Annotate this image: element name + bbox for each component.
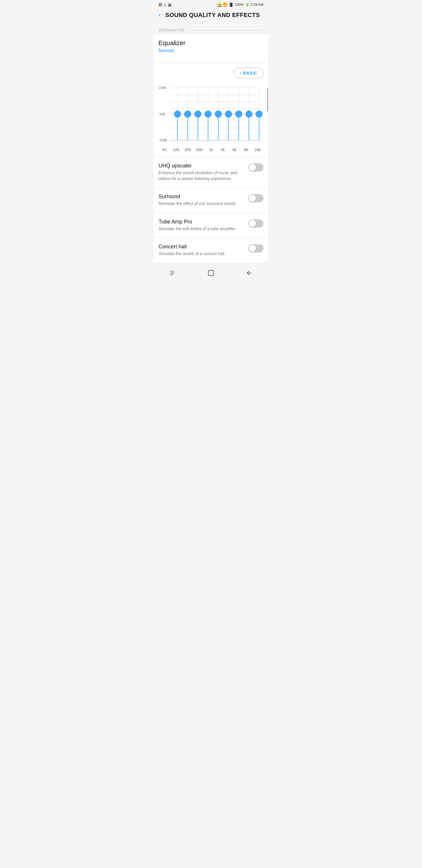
scan-icon: ▦ (168, 3, 171, 7)
freq-250: 250 (182, 148, 194, 152)
status-left-icons: 🖼 ⚠ ▦ (159, 3, 171, 7)
uhq-desc: Enhance the sound resolution of music an… (159, 170, 244, 182)
svg-point-32 (225, 111, 232, 118)
surround-desc: Recreate the effect of rich surround sou… (159, 201, 244, 207)
signal-icon: ▐▌ (229, 3, 234, 7)
svg-point-38 (256, 111, 263, 118)
wifi-icon: 📶 (223, 3, 227, 7)
freq-8k: 8k (240, 148, 252, 152)
freq-500: 500 (193, 148, 205, 152)
basic-button-label: BASIC (243, 71, 257, 75)
tubeamp-toggle-thumb (249, 220, 256, 227)
equalizer-preset[interactable]: Normal (159, 48, 263, 53)
nav-menu-icon[interactable] (166, 268, 180, 278)
nav-bar (154, 263, 268, 284)
warning-icon: ⚠ (163, 3, 167, 7)
nav-square-icon[interactable] (204, 268, 218, 278)
svg-text:0dB: 0dB (159, 112, 165, 116)
photo-icon: 🖼 (159, 3, 162, 7)
svg-rect-43 (208, 270, 214, 276)
svg-point-30 (215, 111, 222, 118)
uhq-toggle-track (248, 163, 263, 172)
tubeamp-desc: Simulate the soft timbre of a tube ampli… (159, 226, 244, 232)
page-title: SOUND QUALITY AND EFFECTS (165, 12, 260, 19)
eq-freq-labels: 63 125 250 500 1k 2k 4k 8k 16k (159, 146, 263, 154)
svg-point-26 (194, 111, 201, 118)
freq-2k: 2k (217, 148, 229, 152)
concerthall-toggle[interactable] (248, 244, 263, 252)
battery-percent: 100% (235, 3, 244, 7)
status-right-icons: 🔔 📶 ▐▌ 100% 🔋 2:29 AM (217, 2, 263, 7)
settings-container: UHQ upscaler Enhance the sound resolutio… (154, 157, 268, 263)
surround-toggle[interactable] (248, 194, 263, 202)
header: ‹ SOUND QUALITY AND EFFECTS (154, 8, 268, 24)
svg-rect-42 (173, 271, 174, 272)
concerthall-row: Concert hall Simulate the reverb of a co… (154, 238, 268, 263)
concerthall-desc: Simulate the reverb of a concert hall. (159, 251, 244, 257)
surround-toggle-thumb (249, 195, 256, 202)
basic-btn-wrapper: ‹ BASIC (159, 68, 263, 78)
surround-title: Surround (159, 193, 244, 200)
eq-chart-svg: 10dB 0dB -10dB (159, 82, 263, 146)
freq-63: 63 (159, 148, 170, 152)
basic-chevron-icon: ‹ (240, 70, 241, 76)
equalizer-title: Equalizer (159, 39, 263, 47)
time: 2:29 AM (251, 3, 263, 7)
freq-1k: 1k (205, 148, 217, 152)
freq-4k: 4k (229, 148, 240, 152)
svg-text:10dB: 10dB (159, 86, 166, 89)
uhq-toggle-thumb (249, 164, 256, 171)
tubeamp-row: Tube Amp Pro Simulate the soft timbre of… (154, 213, 268, 238)
soundalive-section-label: SOUNDALIVE (154, 24, 268, 35)
freq-16k: 16k (252, 148, 263, 152)
basic-button[interactable]: ‹ BASIC (234, 68, 263, 78)
svg-point-22 (174, 111, 181, 118)
svg-point-28 (204, 111, 212, 118)
freq-125: 125 (170, 148, 182, 152)
uhq-toggle[interactable] (248, 163, 263, 172)
concerthall-toggle-track (248, 244, 263, 252)
battery-icon: 🔋 (245, 3, 249, 7)
equalizer-section: Equalizer Normal (154, 35, 268, 63)
eq-chart[interactable]: 10dB 0dB -10dB (159, 82, 263, 146)
svg-point-34 (235, 111, 242, 118)
mute-icon: 🔔 (217, 2, 222, 7)
nav-back-icon[interactable] (242, 268, 256, 278)
tubeamp-toggle[interactable] (248, 219, 263, 227)
tubeamp-toggle-track (248, 219, 263, 227)
svg-text:-10dB: -10dB (159, 138, 167, 142)
surround-toggle-track (248, 194, 263, 202)
concerthall-toggle-thumb (249, 245, 256, 252)
surround-row: Surround Recreate the effect of rich sur… (154, 188, 268, 213)
concerthall-title: Concert hall (159, 244, 244, 250)
svg-point-36 (245, 111, 252, 118)
scrollbar-indicator (267, 88, 268, 112)
svg-point-24 (184, 111, 191, 118)
status-bar: 🖼 ⚠ ▦ 🔔 📶 ▐▌ 100% 🔋 2:29 AM (154, 0, 268, 8)
uhq-row: UHQ upscaler Enhance the sound resolutio… (154, 157, 268, 187)
eq-chart-container: ‹ BASIC 10dB 0dB -10dB (154, 63, 268, 157)
svg-rect-39 (170, 271, 173, 272)
back-button[interactable]: ‹ (159, 11, 161, 19)
tubeamp-title: Tube Amp Pro (159, 219, 244, 225)
svg-rect-40 (170, 273, 174, 273)
uhq-title: UHQ upscaler (159, 163, 244, 169)
svg-rect-41 (170, 275, 173, 275)
